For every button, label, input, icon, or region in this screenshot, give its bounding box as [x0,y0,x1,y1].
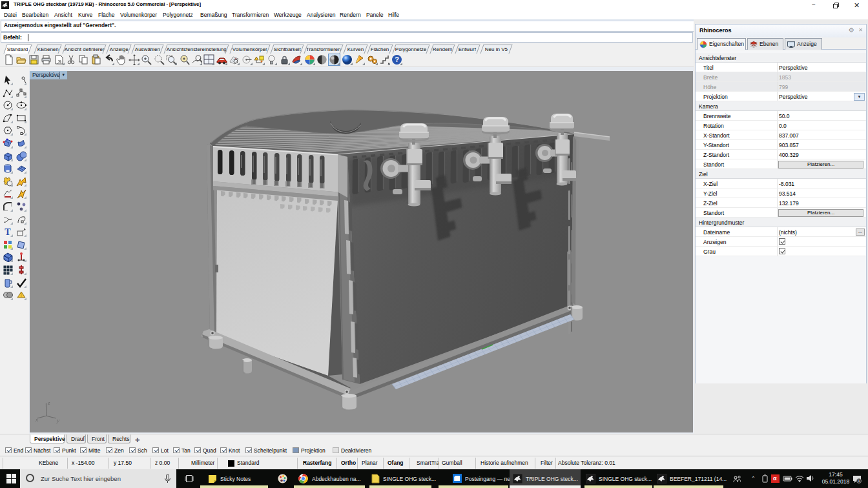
svg-text:z: z [47,400,50,406]
svg-text:x: x [35,416,38,423]
svg-text:?: ? [395,56,400,63]
svg-text:y: y [56,417,59,423]
